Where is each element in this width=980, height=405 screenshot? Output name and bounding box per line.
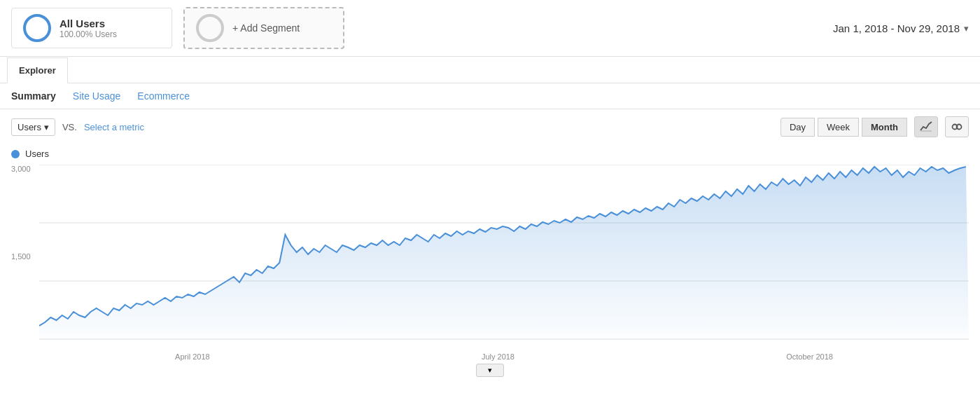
- chart-controls: Users ▾ VS. Select a metric Day Week Mon…: [0, 109, 980, 144]
- all-users-segment[interactable]: All Users 100.00% Users: [11, 8, 172, 48]
- x-axis: April 2018 July 2018 October 2018: [39, 352, 969, 361]
- metric-label: Users: [18, 122, 41, 132]
- y-axis: 3,000 1,500: [11, 165, 31, 340]
- x-label-october: October 2018: [786, 352, 833, 361]
- chart-area: Users 3,000 1,500: [0, 144, 980, 361]
- segment-bar: All Users 100.00% Users + Add Segment Ja…: [0, 0, 980, 57]
- date-range-arrow: ▾: [964, 23, 969, 34]
- y-label-3000: 3,000: [11, 165, 31, 173]
- time-button-month[interactable]: Month: [862, 118, 907, 137]
- metric-dropdown-arrow: ▾: [44, 122, 49, 132]
- all-users-title: All Users: [59, 18, 117, 29]
- bar-chart-button[interactable]: [945, 116, 969, 137]
- chart-container: 3,000 1,500: [11, 165, 969, 361]
- tab-explorer[interactable]: Explorer: [7, 57, 68, 83]
- chart-svg-wrapper: [39, 165, 969, 340]
- legend-label: Users: [25, 149, 49, 159]
- x-label-april: April 2018: [175, 352, 210, 361]
- all-users-info: All Users 100.00% Users: [59, 18, 117, 39]
- vs-label: VS.: [62, 122, 77, 132]
- all-users-subtitle: 100.00% Users: [59, 29, 117, 39]
- date-range-text: Jan 1, 2018 - Nov 29, 2018: [833, 22, 960, 34]
- select-metric-button[interactable]: Select a metric: [84, 122, 144, 132]
- subnav-ecommerce[interactable]: Ecommerce: [137, 90, 190, 102]
- line-chart-svg: [39, 165, 969, 340]
- all-users-icon: [23, 14, 51, 42]
- add-segment-button[interactable]: + Add Segment: [183, 7, 344, 49]
- controls-left: Users ▾ VS. Select a metric: [11, 118, 144, 136]
- bar-chart-icon: [951, 121, 963, 133]
- controls-right: Day Week Month: [780, 116, 969, 137]
- subnav-site-usage[interactable]: Site Usage: [73, 90, 120, 102]
- x-label-july: July 2018: [482, 352, 514, 361]
- scroll-indicator: ▾: [0, 361, 980, 380]
- add-segment-label: + Add Segment: [232, 22, 300, 34]
- add-segment-icon: [196, 14, 224, 42]
- y-label-1500: 1,500: [11, 252, 31, 261]
- time-button-week[interactable]: Week: [818, 118, 859, 137]
- sub-nav: Summary Site Usage Ecommerce: [0, 83, 980, 109]
- metric-selector[interactable]: Users ▾: [11, 118, 55, 136]
- time-button-day[interactable]: Day: [780, 118, 815, 137]
- legend-dot: [11, 150, 20, 158]
- subnav-summary[interactable]: Summary: [11, 90, 56, 102]
- line-chart-icon: [920, 121, 932, 133]
- segment-left: All Users 100.00% Users + Add Segment: [11, 7, 344, 49]
- line-chart-button[interactable]: [914, 116, 938, 137]
- scroll-button[interactable]: ▾: [476, 364, 504, 377]
- tab-bar: Explorer: [0, 57, 980, 83]
- chart-legend: Users: [11, 149, 969, 159]
- date-range[interactable]: Jan 1, 2018 - Nov 29, 2018 ▾: [833, 22, 969, 34]
